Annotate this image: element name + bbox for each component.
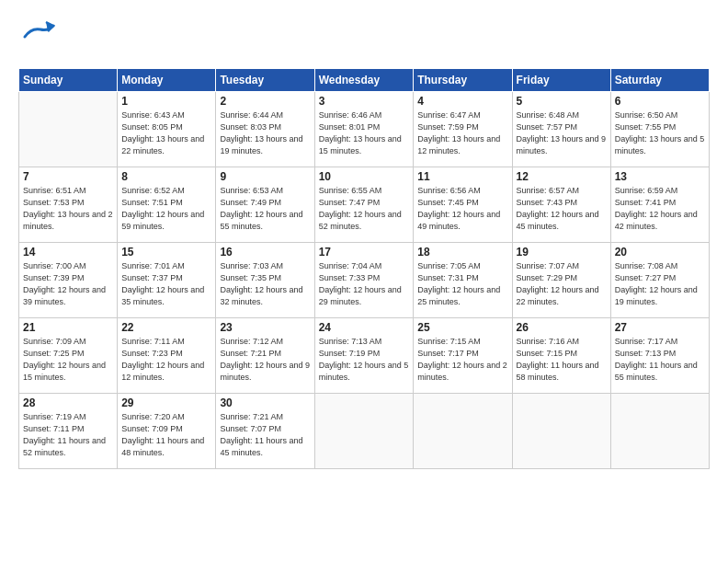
calendar-cell: 7Sunrise: 6:51 AM Sunset: 7:53 PM Daylig… bbox=[19, 167, 118, 243]
calendar-header-row: SundayMondayTuesdayWednesdayThursdayFrid… bbox=[19, 69, 710, 92]
day-detail: Sunrise: 6:44 AM Sunset: 8:03 PM Dayligh… bbox=[220, 109, 310, 157]
calendar-week-5: 28Sunrise: 7:19 AM Sunset: 7:11 PM Dayli… bbox=[19, 394, 710, 469]
calendar-header-saturday: Saturday bbox=[610, 69, 709, 92]
calendar-week-1: 1Sunrise: 6:43 AM Sunset: 8:05 PM Daylig… bbox=[19, 92, 710, 167]
day-detail: Sunrise: 7:03 AM Sunset: 7:35 PM Dayligh… bbox=[220, 260, 310, 308]
calendar-cell: 27Sunrise: 7:17 AM Sunset: 7:13 PM Dayli… bbox=[610, 318, 709, 394]
day-detail: Sunrise: 6:51 AM Sunset: 7:53 PM Dayligh… bbox=[23, 185, 113, 233]
day-detail: Sunrise: 7:12 AM Sunset: 7:21 PM Dayligh… bbox=[220, 336, 310, 384]
calendar-week-3: 14Sunrise: 7:00 AM Sunset: 7:39 PM Dayli… bbox=[19, 243, 710, 318]
calendar-cell: 22Sunrise: 7:11 AM Sunset: 7:23 PM Dayli… bbox=[118, 318, 216, 394]
day-number: 19 bbox=[517, 246, 607, 259]
day-detail: Sunrise: 7:19 AM Sunset: 7:11 PM Dayligh… bbox=[23, 411, 113, 459]
day-detail: Sunrise: 7:15 AM Sunset: 7:17 PM Dayligh… bbox=[417, 336, 507, 384]
calendar-cell bbox=[19, 92, 118, 167]
calendar-cell: 18Sunrise: 7:05 AM Sunset: 7:31 PM Dayli… bbox=[414, 243, 512, 318]
day-number: 24 bbox=[319, 321, 410, 334]
calendar-cell bbox=[610, 394, 709, 469]
day-detail: Sunrise: 7:09 AM Sunset: 7:25 PM Dayligh… bbox=[23, 336, 113, 384]
day-number: 1 bbox=[121, 95, 211, 108]
calendar-header-sunday: Sunday bbox=[19, 69, 118, 92]
calendar-cell: 23Sunrise: 7:12 AM Sunset: 7:21 PM Dayli… bbox=[216, 318, 314, 394]
day-detail: Sunrise: 7:01 AM Sunset: 7:37 PM Dayligh… bbox=[121, 260, 211, 308]
calendar-cell: 30Sunrise: 7:21 AM Sunset: 7:07 PM Dayli… bbox=[216, 394, 314, 469]
calendar-cell: 5Sunrise: 6:48 AM Sunset: 7:57 PM Daylig… bbox=[512, 92, 610, 167]
calendar-cell: 8Sunrise: 6:52 AM Sunset: 7:51 PM Daylig… bbox=[118, 167, 216, 243]
day-number: 30 bbox=[220, 396, 310, 409]
day-number: 17 bbox=[319, 246, 410, 259]
day-detail: Sunrise: 7:16 AM Sunset: 7:15 PM Dayligh… bbox=[517, 336, 607, 384]
calendar-cell: 12Sunrise: 6:57 AM Sunset: 7:43 PM Dayli… bbox=[512, 167, 610, 243]
calendar-cell bbox=[414, 394, 512, 469]
calendar-cell: 21Sunrise: 7:09 AM Sunset: 7:25 PM Dayli… bbox=[19, 318, 118, 394]
day-detail: Sunrise: 7:17 AM Sunset: 7:13 PM Dayligh… bbox=[615, 336, 705, 384]
day-detail: Sunrise: 6:53 AM Sunset: 7:49 PM Dayligh… bbox=[220, 185, 310, 233]
calendar-cell: 9Sunrise: 6:53 AM Sunset: 7:49 PM Daylig… bbox=[216, 167, 314, 243]
day-number: 4 bbox=[417, 95, 507, 108]
day-detail: Sunrise: 6:47 AM Sunset: 7:59 PM Dayligh… bbox=[417, 109, 507, 157]
calendar-cell: 2Sunrise: 6:44 AM Sunset: 8:03 PM Daylig… bbox=[216, 92, 314, 167]
calendar-header-wednesday: Wednesday bbox=[314, 69, 414, 92]
day-number: 14 bbox=[23, 246, 113, 259]
calendar-cell: 10Sunrise: 6:55 AM Sunset: 7:47 PM Dayli… bbox=[314, 167, 414, 243]
day-detail: Sunrise: 7:13 AM Sunset: 7:19 PM Dayligh… bbox=[319, 336, 410, 384]
day-number: 8 bbox=[121, 170, 211, 183]
calendar-cell: 4Sunrise: 6:47 AM Sunset: 7:59 PM Daylig… bbox=[414, 92, 512, 167]
day-number: 16 bbox=[220, 246, 310, 259]
day-detail: Sunrise: 6:59 AM Sunset: 7:41 PM Dayligh… bbox=[615, 185, 705, 233]
day-number: 10 bbox=[319, 170, 410, 183]
day-detail: Sunrise: 7:05 AM Sunset: 7:31 PM Dayligh… bbox=[417, 260, 507, 308]
calendar-cell: 17Sunrise: 7:04 AM Sunset: 7:33 PM Dayli… bbox=[314, 243, 414, 318]
day-number: 15 bbox=[121, 246, 211, 259]
day-detail: Sunrise: 6:57 AM Sunset: 7:43 PM Dayligh… bbox=[517, 185, 607, 233]
calendar-cell: 3Sunrise: 6:46 AM Sunset: 8:01 PM Daylig… bbox=[314, 92, 414, 167]
calendar-cell: 20Sunrise: 7:08 AM Sunset: 7:27 PM Dayli… bbox=[610, 243, 709, 318]
calendar-cell: 26Sunrise: 7:16 AM Sunset: 7:15 PM Dayli… bbox=[512, 318, 610, 394]
day-detail: Sunrise: 6:46 AM Sunset: 8:01 PM Dayligh… bbox=[319, 109, 410, 157]
day-number: 5 bbox=[517, 95, 607, 108]
day-detail: Sunrise: 6:52 AM Sunset: 7:51 PM Dayligh… bbox=[121, 185, 211, 233]
calendar-header-tuesday: Tuesday bbox=[216, 69, 314, 92]
day-number: 2 bbox=[220, 95, 310, 108]
day-detail: Sunrise: 6:55 AM Sunset: 7:47 PM Dayligh… bbox=[319, 185, 410, 233]
day-detail: Sunrise: 6:56 AM Sunset: 7:45 PM Dayligh… bbox=[417, 185, 507, 233]
day-number: 28 bbox=[23, 396, 113, 409]
day-number: 22 bbox=[121, 321, 211, 334]
calendar-cell: 1Sunrise: 6:43 AM Sunset: 8:05 PM Daylig… bbox=[118, 92, 216, 167]
day-number: 13 bbox=[615, 170, 705, 183]
day-detail: Sunrise: 6:43 AM Sunset: 8:05 PM Dayligh… bbox=[121, 109, 211, 157]
day-number: 7 bbox=[23, 170, 113, 183]
day-number: 21 bbox=[23, 321, 113, 334]
day-detail: Sunrise: 7:07 AM Sunset: 7:29 PM Dayligh… bbox=[517, 260, 607, 308]
day-number: 26 bbox=[517, 321, 607, 334]
calendar-header-thursday: Thursday bbox=[414, 69, 512, 92]
calendar-header-monday: Monday bbox=[118, 69, 216, 92]
calendar-week-2: 7Sunrise: 6:51 AM Sunset: 7:53 PM Daylig… bbox=[19, 167, 710, 243]
calendar-cell: 16Sunrise: 7:03 AM Sunset: 7:35 PM Dayli… bbox=[216, 243, 314, 318]
day-detail: Sunrise: 7:20 AM Sunset: 7:09 PM Dayligh… bbox=[121, 411, 211, 459]
calendar-cell bbox=[314, 394, 414, 469]
logo bbox=[18, 17, 61, 59]
calendar-cell: 28Sunrise: 7:19 AM Sunset: 7:11 PM Dayli… bbox=[19, 394, 118, 469]
day-detail: Sunrise: 6:50 AM Sunset: 7:55 PM Dayligh… bbox=[615, 109, 705, 157]
day-detail: Sunrise: 7:08 AM Sunset: 7:27 PM Dayligh… bbox=[615, 260, 705, 308]
logo-icon bbox=[18, 17, 57, 55]
calendar-cell: 6Sunrise: 6:50 AM Sunset: 7:55 PM Daylig… bbox=[610, 92, 709, 167]
calendar-header-friday: Friday bbox=[512, 69, 610, 92]
calendar-cell: 25Sunrise: 7:15 AM Sunset: 7:17 PM Dayli… bbox=[414, 318, 512, 394]
calendar-week-4: 21Sunrise: 7:09 AM Sunset: 7:25 PM Dayli… bbox=[19, 318, 710, 394]
day-detail: Sunrise: 7:11 AM Sunset: 7:23 PM Dayligh… bbox=[121, 336, 211, 384]
day-detail: Sunrise: 7:04 AM Sunset: 7:33 PM Dayligh… bbox=[319, 260, 410, 308]
calendar-table: SundayMondayTuesdayWednesdayThursdayFrid… bbox=[18, 68, 710, 469]
day-detail: Sunrise: 7:21 AM Sunset: 7:07 PM Dayligh… bbox=[220, 411, 310, 459]
day-number: 23 bbox=[220, 321, 310, 334]
day-number: 9 bbox=[220, 170, 310, 183]
day-number: 18 bbox=[417, 246, 507, 259]
day-number: 25 bbox=[417, 321, 507, 334]
day-number: 6 bbox=[615, 95, 705, 108]
calendar-cell: 11Sunrise: 6:56 AM Sunset: 7:45 PM Dayli… bbox=[414, 167, 512, 243]
day-number: 27 bbox=[615, 321, 705, 334]
day-detail: Sunrise: 6:48 AM Sunset: 7:57 PM Dayligh… bbox=[517, 109, 607, 157]
calendar-cell bbox=[512, 394, 610, 469]
header bbox=[18, 17, 710, 59]
